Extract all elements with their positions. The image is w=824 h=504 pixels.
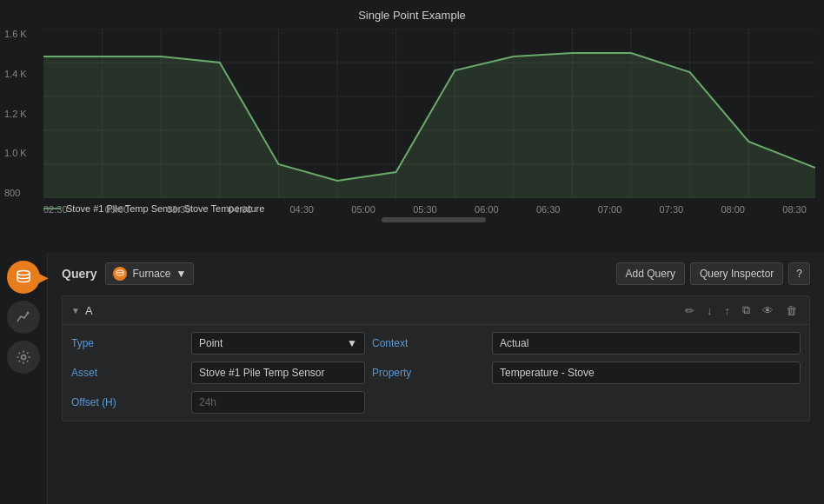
svg-point-21 <box>22 355 26 360</box>
context-label: Context <box>372 337 485 349</box>
collapse-arrow[interactable]: ▼ <box>71 306 80 315</box>
sidebar-database-row: ▶ <box>0 261 47 294</box>
offset-label: Offset (H) <box>71 396 184 408</box>
type-label: Type <box>71 337 184 349</box>
database-icon[interactable] <box>7 261 40 294</box>
type-arrow: ▼ <box>347 337 357 349</box>
query-row-a: ▼ A ✏ ↓ ↑ ⧉ 👁 🗑 Type Point ▼ <box>62 295 810 421</box>
query-header: Query Furnace ▼ Add Query Query Inspecto… <box>62 262 810 285</box>
move-up-icon[interactable]: ↑ <box>721 302 734 319</box>
datasource-dropdown-icon: ▼ <box>176 268 187 280</box>
query-row-actions: ✏ ↓ ↑ ⧉ 👁 🗑 <box>681 302 801 319</box>
chart-inner: 1.6 K 1.4 K 1.2 K 1.0 K 800 <box>43 29 815 198</box>
datasource-name: Furnace <box>132 268 170 280</box>
chart-svg <box>43 29 815 198</box>
svg-point-22 <box>116 270 123 273</box>
query-fields-row2: Asset Stove #1 Pile Temp Sensor Property… <box>63 361 809 391</box>
sidebar-active-arrow: ▶ <box>39 270 49 284</box>
query-fields-row1: Type Point ▼ Context Actual <box>63 325 809 361</box>
chart-title: Single Point Example <box>43 9 824 22</box>
gear-icon[interactable] <box>7 341 40 374</box>
edit-icon[interactable]: ✏ <box>681 302 698 319</box>
offset-input[interactable]: 24h <box>191 391 365 414</box>
add-query-button[interactable]: Add Query <box>616 262 685 285</box>
query-header-right: Add Query Query Inspector ? <box>616 262 810 285</box>
type-select[interactable]: Point ▼ <box>191 332 365 355</box>
svg-marker-18 <box>43 53 815 198</box>
datasource-select[interactable]: Furnace ▼ <box>105 262 194 285</box>
context-value: Actual <box>492 332 801 355</box>
help-button[interactable]: ? <box>788 262 810 285</box>
sidebar: ▶ <box>0 252 48 504</box>
y-axis-labels: 1.6 K 1.4 K 1.2 K 1.0 K 800 <box>4 29 27 198</box>
chart-line-icon[interactable] <box>7 301 40 334</box>
query-row-a-label: ▼ A <box>71 304 93 317</box>
move-down-icon[interactable]: ↓ <box>703 302 716 319</box>
query-row-a-header: ▼ A ✏ ↓ ↑ ⧉ 👁 🗑 <box>63 296 809 325</box>
x-axis-labels: 02:30 03:00 03:30 04:00 04:30 05:00 05:3… <box>43 204 815 215</box>
query-fields-row3: Offset (H) 24h <box>63 391 809 421</box>
chart-scrollbar[interactable] <box>43 214 824 226</box>
asset-label: Asset <box>71 367 184 379</box>
svg-point-19 <box>17 271 30 275</box>
duplicate-icon[interactable]: ⧉ <box>739 302 754 319</box>
asset-value[interactable]: Stove #1 Pile Temp Sensor <box>191 361 365 384</box>
delete-icon[interactable]: 🗑 <box>782 302 801 319</box>
toggle-visibility-icon[interactable]: 👁 <box>759 302 777 319</box>
type-value: Point <box>199 337 223 349</box>
property-value[interactable]: Temperature - Stove <box>492 361 801 384</box>
query-label: Query <box>62 267 96 281</box>
query-row-id: A <box>85 304 93 317</box>
svg-point-20 <box>27 312 30 315</box>
query-inspector-button[interactable]: Query Inspector <box>690 262 783 285</box>
property-label: Property <box>372 367 485 379</box>
chart-area: Single Point Example 1.6 K 1.4 K 1.2 K 1… <box>0 0 824 252</box>
datasource-icon <box>113 267 127 281</box>
query-panel: Query Furnace ▼ Add Query Query Inspecto… <box>48 252 824 504</box>
scrollbar-thumb[interactable] <box>382 217 486 222</box>
bottom-panel: ▶ Query <box>0 252 824 504</box>
query-header-left: Query Furnace ▼ <box>62 262 194 285</box>
